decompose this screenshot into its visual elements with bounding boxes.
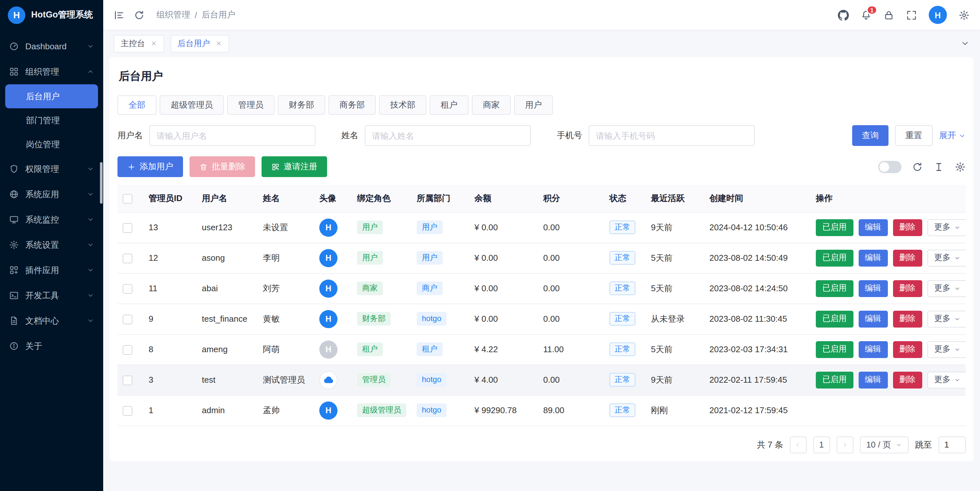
row-checkbox[interactable] [123, 345, 132, 354]
sidebar-item-about[interactable]: 关于 [0, 334, 103, 359]
page-tab-backend-users[interactable]: 后台用户 [170, 35, 229, 52]
sidebar-subitem-positions[interactable]: 岗位管理 [0, 132, 103, 156]
row-checkbox[interactable] [123, 375, 132, 385]
sidebar-item-plugins[interactable]: 插件应用 [0, 257, 103, 283]
enable-button[interactable]: 已启用 [816, 249, 853, 266]
page-number-button[interactable]: 1 [813, 436, 830, 453]
column-header: 所属部门 [412, 185, 469, 212]
prev-page-button[interactable] [789, 436, 807, 453]
reset-button[interactable]: 重置 [895, 125, 932, 146]
category-tab-all[interactable]: 全部 [118, 95, 156, 115]
row-checkbox[interactable] [123, 314, 132, 324]
edit-button[interactable]: 编辑 [858, 249, 888, 266]
row-select-cell [118, 273, 143, 303]
edit-button[interactable]: 编辑 [858, 219, 888, 236]
lock-icon[interactable] [883, 10, 894, 21]
app-logo[interactable]: H HotGo管理系统 [0, 0, 103, 30]
cell-actions: 已启用编辑删除更多 [811, 334, 966, 364]
enable-button[interactable]: 已启用 [816, 280, 853, 297]
table-tools [878, 160, 966, 173]
sidebar-item-dashboard[interactable]: Dashboard [0, 34, 103, 59]
edit-button[interactable]: 编辑 [858, 280, 888, 297]
delete-button[interactable]: 删除 [893, 310, 922, 327]
sidebar-subitem-departments[interactable]: 部门管理 [0, 108, 103, 132]
category-tab-admin[interactable]: 管理员 [227, 95, 275, 115]
phone-input[interactable] [589, 125, 755, 146]
search-button[interactable]: 查询 [852, 125, 888, 146]
jump-page-input[interactable] [939, 436, 966, 453]
page-tab-console[interactable]: 主控台 [114, 35, 164, 52]
name-input[interactable] [365, 125, 531, 146]
more-button[interactable]: 更多 [927, 249, 966, 266]
category-tab-user[interactable]: 用户 [514, 95, 553, 115]
more-button[interactable]: 更多 [927, 341, 966, 358]
delete-button[interactable]: 删除 [893, 280, 922, 297]
next-page-button[interactable] [836, 436, 853, 453]
chevron-down-icon [87, 267, 94, 274]
sidebar-subitem-backend-users[interactable]: 后台用户 [5, 84, 98, 108]
role-tag: 用户 [357, 251, 383, 265]
enable-button[interactable]: 已启用 [816, 341, 853, 358]
category-tab-super-admin[interactable]: 超级管理员 [160, 95, 224, 115]
delete-button[interactable]: 删除 [893, 249, 922, 266]
category-tab-business[interactable]: 商务部 [328, 95, 376, 115]
select-all-checkbox[interactable] [123, 194, 132, 204]
content: 后台用户 全部超级管理员管理员财务部商务部技术部租户商家用户 用户名 姓名 手机… [103, 57, 980, 491]
table-settings-icon[interactable] [955, 161, 966, 172]
sidebar-item-system-monitor[interactable]: 系统监控 [0, 207, 103, 232]
expand-filters-button[interactable]: 展开 [939, 130, 966, 141]
delete-button[interactable]: 删除 [893, 219, 922, 236]
batch-delete-button[interactable]: 批量删除 [189, 156, 255, 177]
edit-button[interactable]: 编辑 [858, 341, 888, 358]
row-checkbox[interactable] [123, 223, 132, 232]
menu-collapse-icon[interactable] [114, 10, 125, 21]
breadcrumb-item[interactable]: 组织管理 [156, 9, 190, 21]
close-icon[interactable] [215, 40, 222, 47]
category-tab-tech[interactable]: 技术部 [379, 95, 426, 115]
cell-actions: 已启用编辑删除更多 [811, 364, 966, 395]
sidebar-item-system-apps[interactable]: 系统应用 [0, 182, 103, 207]
edit-button[interactable]: 编辑 [858, 310, 888, 327]
row-checkbox[interactable] [123, 253, 132, 263]
batch-delete-label: 批量删除 [212, 161, 245, 173]
tabs-collapse-icon[interactable] [961, 39, 970, 48]
username-input[interactable] [149, 125, 315, 146]
more-button[interactable]: 更多 [927, 280, 966, 297]
page-size-select[interactable]: 10 / 页 [860, 436, 908, 453]
sidebar-item-organization[interactable]: 组织管理 [0, 59, 103, 84]
user-avatar[interactable]: H [929, 6, 947, 24]
gear-icon[interactable] [959, 10, 970, 21]
bell-icon[interactable]: 1 [861, 10, 872, 21]
dept-tag: hotgo [417, 404, 447, 417]
table-row: 1admin孟帅H超级管理员hotgo¥ 99290.7889.00正常刚刚20… [118, 395, 966, 426]
more-button[interactable]: 更多 [927, 310, 966, 327]
sidebar-item-system-settings[interactable]: 系统设置 [0, 232, 103, 257]
more-button[interactable]: 更多 [927, 371, 966, 388]
close-icon[interactable] [150, 40, 157, 47]
sidebar-item-docs[interactable]: 文档中心 [0, 308, 103, 334]
add-user-button[interactable]: 添加用户 [118, 156, 183, 177]
enable-button[interactable]: 已启用 [816, 219, 853, 236]
category-tab-tenant[interactable]: 租户 [430, 95, 469, 115]
delete-button[interactable]: 删除 [893, 371, 922, 388]
sidebar-item-permissions[interactable]: 权限管理 [0, 156, 103, 182]
invite-register-button[interactable]: 邀请注册 [262, 156, 327, 177]
row-select-cell [118, 243, 143, 273]
row-checkbox[interactable] [123, 406, 132, 415]
github-icon[interactable] [838, 10, 849, 21]
edit-button[interactable]: 编辑 [858, 371, 888, 388]
delete-button[interactable]: 删除 [893, 341, 922, 358]
table-refresh-icon[interactable] [912, 161, 923, 172]
fullscreen-icon[interactable] [906, 10, 917, 21]
more-button[interactable]: 更多 [927, 219, 966, 236]
density-icon[interactable] [933, 161, 944, 172]
page-refresh-icon[interactable] [134, 10, 145, 21]
enable-button[interactable]: 已启用 [816, 310, 853, 327]
sidebar-item-dev-tools[interactable]: 开发工具 [0, 283, 103, 308]
category-tab-merchant[interactable]: 商家 [472, 95, 511, 115]
compact-toggle[interactable] [878, 160, 902, 173]
sidebar-scrollbar[interactable] [100, 162, 103, 204]
category-tab-finance[interactable]: 财务部 [278, 95, 325, 115]
enable-button[interactable]: 已启用 [816, 371, 853, 388]
row-checkbox[interactable] [123, 284, 132, 294]
